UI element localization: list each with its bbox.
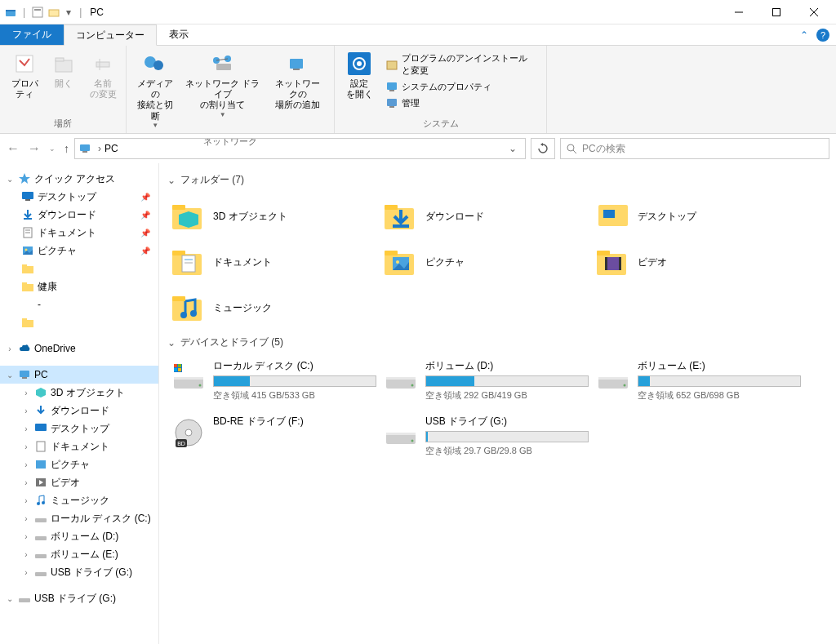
- media-connect-button[interactable]: メディアの 接続と切断 ▼: [131, 49, 179, 131]
- tree-onedrive[interactable]: › OneDrive: [0, 340, 158, 358]
- address-bar[interactable]: › PC ⌄: [74, 138, 526, 159]
- folder-item[interactable]: ミュージック: [167, 285, 380, 331]
- back-button[interactable]: ←: [7, 141, 20, 156]
- content-area[interactable]: ⌄ フォルダー (7) 3D オブジェクトダウンロードデスクトップドキュメントピ…: [159, 163, 836, 644]
- folder-item[interactable]: ピクチャ: [380, 239, 592, 285]
- rename-button[interactable]: 名前 の変更: [83, 49, 122, 101]
- tree-downloads[interactable]: ダウンロード 📌: [0, 206, 158, 224]
- svg-rect-47: [22, 318, 27, 321]
- svg-rect-6: [773, 8, 780, 16]
- group-folders[interactable]: ⌄ フォルダー (7): [167, 173, 828, 187]
- refresh-button[interactable]: [531, 138, 555, 159]
- svg-rect-69: [172, 251, 185, 255]
- folder-item[interactable]: デスクトップ: [592, 193, 804, 239]
- svg-point-15: [153, 60, 163, 70]
- svg-rect-10: [56, 60, 72, 72]
- tree-pc-pictures[interactable]: ›ピクチャ: [0, 455, 158, 473]
- tree-pc-music[interactable]: ›ミュージック: [0, 491, 158, 509]
- tree-volume-e[interactable]: ›ボリューム (E:): [0, 545, 158, 563]
- tree-pc-desktop[interactable]: ›デスクトップ: [0, 420, 158, 437]
- drive-item[interactable]: USB ドライブ (G:)空き領域 29.7 GB/29.8 GB: [380, 411, 592, 460]
- svg-rect-70: [182, 255, 195, 272]
- folder-icon: [21, 280, 34, 293]
- tree-kenko[interactable]: 健康: [0, 278, 158, 295]
- tree-dash[interactable]: -: [0, 295, 158, 313]
- tree-usb-g-root[interactable]: ⌄USB ドライブ (G:): [0, 589, 158, 607]
- svg-rect-4: [49, 10, 59, 16]
- drive-item[interactable]: ボリューム (E:)空き領域 652 GB/698 GB: [592, 356, 804, 405]
- folder-item[interactable]: 3D オブジェクト: [167, 193, 380, 239]
- qa-properties-icon[interactable]: [30, 5, 45, 20]
- tab-view[interactable]: 表示: [157, 24, 201, 45]
- tree-pc-videos[interactable]: ›ビデオ: [0, 473, 158, 491]
- tree-pc-documents[interactable]: ›ドキュメント: [0, 437, 158, 455]
- address-dropdown-icon[interactable]: ⌄: [504, 143, 522, 154]
- open-settings-button[interactable]: 設定 を開く: [340, 49, 379, 101]
- drive-name: ボリューム (E:): [638, 359, 801, 373]
- tree-folder-empty2[interactable]: [0, 313, 158, 331]
- tree-pc-downloads[interactable]: ›ダウンロード: [0, 402, 158, 420]
- svg-rect-11: [56, 58, 64, 61]
- svg-rect-49: [22, 377, 27, 379]
- close-button[interactable]: [795, 0, 833, 24]
- search-box[interactable]: PCの検索: [560, 138, 829, 159]
- address-path: PC: [104, 143, 118, 154]
- history-dropdown[interactable]: ⌄: [49, 144, 56, 153]
- open-button[interactable]: 開く: [44, 49, 83, 91]
- svg-point-101: [185, 429, 192, 436]
- folder-item[interactable]: ビデオ: [592, 239, 804, 285]
- group-drives[interactable]: ⌄ デバイスとドライブ (5): [167, 335, 828, 349]
- help-icon[interactable]: ?: [816, 29, 829, 42]
- tree-local-disk-c[interactable]: ›ローカル ディスク (C:): [0, 509, 158, 527]
- svg-rect-16: [216, 64, 231, 70]
- drive-item[interactable]: ボリューム (D:)空き領域 292 GB/419 GB: [380, 356, 592, 405]
- svg-point-55: [42, 501, 45, 504]
- svg-rect-65: [393, 224, 409, 228]
- map-drive-button[interactable]: ネットワーク ドライブ の割り当て ▼: [179, 49, 266, 120]
- svg-rect-43: [22, 264, 27, 267]
- tree-pc[interactable]: ⌄ PC: [0, 366, 158, 384]
- svg-rect-91: [178, 364, 181, 367]
- tree-folder-empty1[interactable]: [0, 260, 158, 278]
- pc-icon: [78, 142, 91, 155]
- drive-item[interactable]: ローカル ディスク (C:)空き領域 415 GB/533 GB: [167, 356, 380, 405]
- videos-icon: [34, 476, 47, 489]
- ribbon-group-location: 場所: [0, 116, 126, 133]
- properties-button[interactable]: プロパティ: [5, 49, 44, 101]
- minimize-button[interactable]: [720, 0, 758, 24]
- manage-button[interactable]: 管理: [385, 96, 535, 109]
- folder-icon: [383, 198, 419, 234]
- drive-icon: [18, 592, 31, 605]
- drive-icon: [383, 359, 419, 395]
- folder-icon: [383, 244, 419, 280]
- qa-new-folder-icon[interactable]: [47, 5, 61, 20]
- svg-rect-28: [387, 99, 397, 106]
- svg-point-24: [357, 61, 362, 66]
- drive-item[interactable]: BDBD-RE ドライブ (F:): [167, 411, 380, 460]
- svg-rect-21: [293, 69, 300, 70]
- tree-documents[interactable]: ドキュメント 📌: [0, 224, 158, 242]
- folder-item[interactable]: ドキュメント: [167, 239, 380, 285]
- tab-file[interactable]: ファイル: [0, 24, 64, 45]
- uninstall-programs-button[interactable]: プログラムのアンインストールと変更: [385, 52, 535, 77]
- tree-3d-objects[interactable]: ›3D オブジェクト: [0, 384, 158, 402]
- tree-usb-g[interactable]: ›USB ドライブ (G:): [0, 563, 158, 581]
- maximize-button[interactable]: [758, 0, 795, 24]
- nav-pane[interactable]: ⌄ クイック アクセス デスクトップ 📌 ダウンロード 📌 ドキュメント 📌 ピ…: [0, 163, 159, 644]
- folder-item[interactable]: ダウンロード: [380, 193, 592, 239]
- folder-name: デスクトップ: [638, 210, 696, 224]
- folder-name: 3D オブジェクト: [213, 210, 287, 224]
- drive-space: 空き領域 652 GB/698 GB: [638, 389, 801, 402]
- tab-computer[interactable]: コンピューター: [64, 24, 157, 46]
- add-network-location-button[interactable]: ネットワークの 場所の追加: [266, 49, 329, 113]
- tree-desktop[interactable]: デスクトップ 📌: [0, 188, 158, 206]
- forward-button[interactable]: →: [28, 141, 41, 156]
- svg-rect-31: [82, 151, 87, 153]
- up-button[interactable]: ↑: [64, 142, 69, 155]
- system-properties-button[interactable]: システムのプロパティ: [385, 80, 535, 93]
- tree-quick-access[interactable]: ⌄ クイック アクセス: [0, 170, 158, 188]
- ribbon-collapse-icon[interactable]: ⌃: [800, 29, 808, 41]
- svg-rect-59: [35, 572, 47, 576]
- tree-pictures[interactable]: ピクチャ 📌: [0, 242, 158, 260]
- tree-volume-d[interactable]: ›ボリューム (D:): [0, 527, 158, 545]
